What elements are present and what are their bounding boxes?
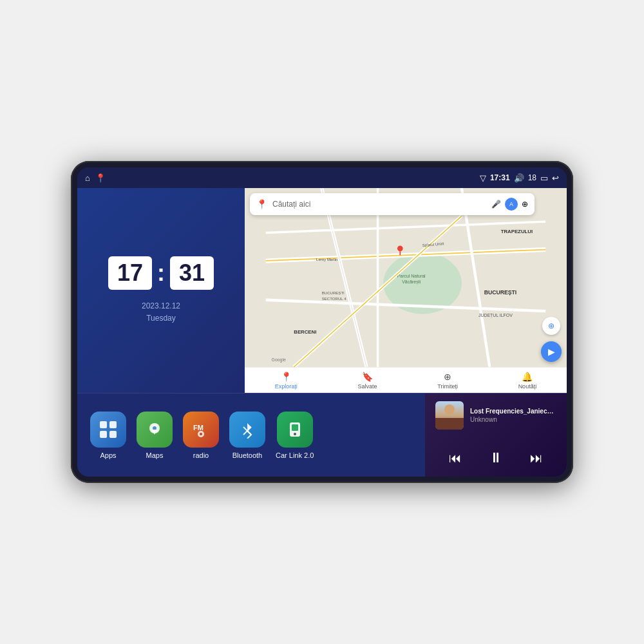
volume-icon[interactable]: 🔊	[514, 173, 524, 183]
bluetooth-icon	[229, 412, 265, 448]
map-nav-share[interactable]: ⊕ Trimiteți	[437, 372, 458, 390]
music-next-button[interactable]: ⏭	[525, 448, 548, 468]
status-time: 17:31	[490, 173, 510, 182]
music-player: Lost Frequencies_Janieck Devy-... Unknow…	[425, 393, 567, 477]
map-search-placeholder[interactable]: Căutați aici	[272, 200, 486, 209]
maps-label: Maps	[146, 451, 164, 459]
account-icon[interactable]: A	[505, 198, 518, 211]
svg-rect-26	[109, 421, 117, 428]
app-item-carlink[interactable]: Car Link 2.0	[276, 412, 314, 459]
svg-point-39	[294, 433, 296, 435]
radio-label: radio	[193, 451, 209, 459]
svg-point-21	[397, 245, 403, 251]
radio-icon: FM	[183, 412, 219, 448]
svg-rect-25	[100, 421, 107, 428]
device-frame: ⌂ 📍 ▽ 17:31 🔊 18 ▭ ↩ 17 :	[71, 161, 573, 483]
map-location-button[interactable]: ⊕	[542, 317, 560, 335]
svg-text:Văcărești: Văcărești	[402, 279, 421, 285]
app-item-bluetooth[interactable]: Bluetooth	[229, 412, 265, 459]
app-launcher: Apps Maps	[77, 393, 425, 477]
map-pin-icon: 📍	[256, 199, 267, 209]
svg-text:BUCUREȘTI: BUCUREȘTI	[484, 289, 517, 296]
share-icon: ⊕	[444, 372, 451, 382]
music-thumbnail	[435, 401, 464, 430]
svg-text:Leroy Merlin: Leroy Merlin	[316, 257, 337, 261]
news-icon: 🔔	[522, 372, 533, 382]
svg-text:Google: Google	[272, 357, 287, 363]
layers-icon[interactable]: ⊕	[522, 200, 528, 209]
main-content: 17 : 31 2023.12.12 Tuesday 📍 Căutați aic…	[77, 188, 567, 477]
carlink-label: Car Link 2.0	[276, 451, 314, 459]
svg-text:BUCUREȘTI: BUCUREȘTI	[322, 290, 345, 295]
music-meta: Lost Frequencies_Janieck Devy-... Unknow…	[470, 408, 556, 423]
map-nav-saved[interactable]: 🔖 Salvate	[358, 372, 377, 390]
map-nav-news[interactable]: 🔔 Noutăți	[518, 372, 537, 390]
music-controls: ⏮ ⏸ ⏭	[435, 447, 556, 469]
music-artist: Unknown	[470, 416, 556, 423]
svg-rect-38	[292, 424, 298, 431]
status-bar: ⌂ 📍 ▽ 17:31 🔊 18 ▭ ↩	[77, 167, 567, 188]
map-search-bar[interactable]: 📍 Căutați aici 🎤 A ⊕	[250, 193, 535, 215]
maps-shortcut-icon[interactable]: 📍	[95, 173, 106, 183]
clock-hours: 17	[108, 256, 152, 290]
map-search-actions: 🎤 A ⊕	[491, 198, 528, 211]
battery-icon: ▭	[540, 173, 548, 183]
svg-text:JUDEȚUL ILFOV: JUDEȚUL ILFOV	[478, 313, 513, 318]
saved-icon: 🔖	[362, 372, 373, 382]
music-prev-button[interactable]: ⏮	[444, 448, 467, 468]
app-item-radio[interactable]: FM radio	[183, 412, 219, 459]
app-item-apps[interactable]: Apps	[90, 412, 126, 459]
map-nav-explore[interactable]: 📍 Explorați	[275, 372, 298, 390]
top-section: 17 : 31 2023.12.12 Tuesday 📍 Căutați aic…	[77, 188, 567, 393]
svg-point-34	[200, 433, 202, 435]
back-icon[interactable]: ↩	[552, 173, 559, 183]
music-info: Lost Frequencies_Janieck Devy-... Unknow…	[435, 401, 556, 430]
microphone-icon[interactable]: 🎤	[491, 200, 501, 209]
map-bottom-nav: 📍 Explorați 🔖 Salvate ⊕ Trimiteți 🔔	[245, 367, 567, 393]
svg-text:TRAPEZULUI: TRAPEZULUI	[501, 229, 533, 234]
explore-icon: 📍	[281, 372, 292, 382]
status-bar-left: ⌂ 📍	[85, 173, 106, 183]
clock-widget: 17 : 31 2023.12.12 Tuesday	[77, 188, 245, 393]
svg-rect-28	[109, 431, 117, 438]
svg-text:Parcul Natural: Parcul Natural	[397, 274, 426, 278]
bluetooth-label: Bluetooth	[232, 451, 262, 459]
signal-icon: ▽	[480, 173, 486, 183]
battery-level: 18	[528, 173, 536, 182]
maps-icon	[137, 412, 173, 448]
clock-minutes: 31	[170, 256, 214, 290]
svg-text:BERCENI: BERCENI	[294, 329, 316, 335]
bottom-section: Apps Maps	[77, 393, 567, 477]
svg-rect-27	[100, 431, 107, 438]
carlink-icon	[277, 412, 313, 448]
music-title: Lost Frequencies_Janieck Devy-...	[470, 408, 556, 415]
svg-text:FM: FM	[193, 424, 204, 431]
music-play-button[interactable]: ⏸	[484, 447, 508, 469]
svg-text:SECTORUL 4: SECTORUL 4	[322, 296, 346, 301]
clock-display: 17 : 31	[108, 256, 214, 290]
clock-date: 2023.12.12 Tuesday	[142, 300, 180, 325]
home-icon[interactable]: ⌂	[85, 173, 90, 183]
apps-icon	[90, 412, 126, 448]
map-widget[interactable]: 📍 Căutați aici 🎤 A ⊕	[245, 188, 567, 393]
apps-label: Apps	[100, 451, 116, 459]
map-navigation-fab[interactable]: ▶	[541, 341, 562, 362]
device-screen: ⌂ 📍 ▽ 17:31 🔊 18 ▭ ↩ 17 :	[77, 167, 567, 477]
app-item-maps[interactable]: Maps	[137, 412, 173, 459]
clock-colon: :	[157, 260, 165, 287]
status-bar-right: ▽ 17:31 🔊 18 ▭ ↩	[480, 173, 559, 183]
